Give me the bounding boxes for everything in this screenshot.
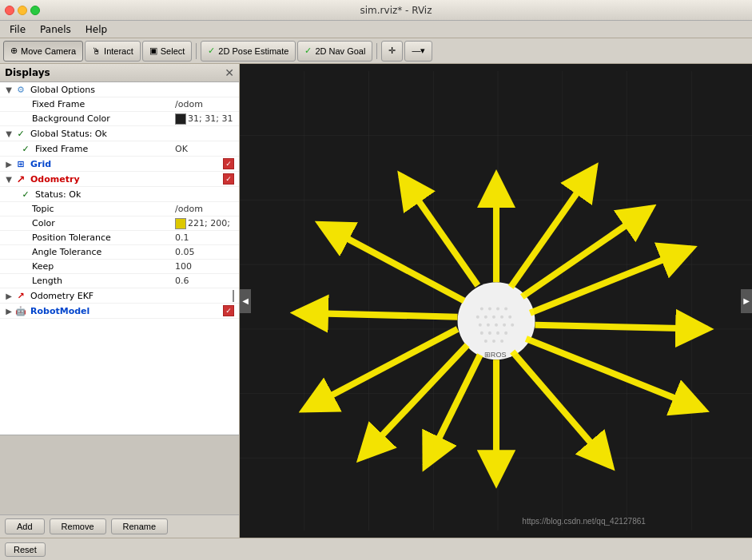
nav-icon: ✓ bbox=[304, 46, 312, 56]
menu-bar: File Panels Help bbox=[0, 21, 752, 38]
panel-header: Displays ✕ bbox=[0, 64, 239, 82]
grid-checkbox[interactable]: ✓ bbox=[223, 158, 234, 169]
2d-pose-button[interactable]: ✓ 2D Pose Estimate bbox=[201, 41, 296, 62]
grid-checkbox-container[interactable]: ✓ bbox=[223, 158, 234, 169]
label-grid: Grid bbox=[29, 159, 223, 169]
label-color: Color bbox=[30, 218, 175, 228]
tree-row-odom-ekf[interactable]: ▶ ↗ Odometry EKF bbox=[0, 288, 239, 304]
remove-button[interactable]: Remove bbox=[50, 518, 106, 534]
panel-close-button[interactable]: ✕ bbox=[225, 66, 234, 79]
svg-point-20 bbox=[476, 316, 479, 319]
svg-point-30 bbox=[480, 332, 483, 335]
svg-point-23 bbox=[500, 316, 503, 319]
tree-row-length[interactable]: Length 0.6 bbox=[0, 274, 239, 288]
panel-buttons: Add Remove Rename bbox=[0, 514, 239, 538]
add-button[interactable]: Add bbox=[5, 518, 45, 534]
collapse-left-arrow[interactable]: ◀ bbox=[240, 289, 251, 313]
tree-row-grid[interactable]: ▶ ⊞ Grid ✓ bbox=[0, 157, 239, 172]
view-panel[interactable]: ◀ ▶ bbox=[240, 64, 752, 538]
svg-point-36 bbox=[500, 340, 503, 343]
label-fixed-frame-status: Fixed Frame bbox=[34, 144, 175, 154]
more-icon: —▾ bbox=[412, 46, 425, 56]
expander-global-options[interactable]: ▼ bbox=[3, 85, 14, 94]
window-controls[interactable] bbox=[5, 6, 40, 15]
left-panel: Displays ✕ ▼ ⚙ Global Options Fixed Fram… bbox=[0, 64, 240, 538]
tree-row-fixed-frame[interactable]: Fixed Frame /odom bbox=[0, 97, 239, 112]
svg-point-17 bbox=[488, 308, 491, 311]
displays-panel: Displays ✕ ▼ ⚙ Global Options Fixed Fram… bbox=[0, 64, 239, 435]
watermark-text: https://blog.csdn.net/qq_42127861 bbox=[522, 517, 646, 526]
svg-point-22 bbox=[492, 316, 495, 319]
tree-row-angle-tol[interactable]: Angle Tolerance 0.05 bbox=[0, 245, 239, 260]
menu-file[interactable]: File bbox=[3, 23, 32, 36]
tree-row-global-options[interactable]: ▼ ⚙ Global Options bbox=[0, 82, 239, 97]
select-icon: ▣ bbox=[149, 46, 157, 56]
robot-model-checkbox[interactable]: ✓ bbox=[223, 305, 234, 316]
move-camera-button[interactable]: ⊕ Move Camera bbox=[3, 41, 83, 62]
expander-global-status[interactable]: ▼ bbox=[3, 129, 14, 138]
close-button[interactable] bbox=[5, 6, 14, 15]
label-keep: Keep bbox=[30, 261, 175, 272]
tree-row-robot-model[interactable]: ▶ 🤖 RobotModel ✓ bbox=[0, 304, 239, 319]
label-robot-model: RobotModel bbox=[29, 306, 223, 316]
expander-robot-model[interactable]: ▶ bbox=[3, 307, 14, 316]
maximize-button[interactable] bbox=[30, 6, 40, 15]
plus-icon: ✛ bbox=[388, 46, 396, 56]
more-tools-button[interactable]: —▾ bbox=[404, 41, 432, 62]
svg-point-29 bbox=[511, 324, 514, 327]
rename-button[interactable]: Rename bbox=[111, 518, 169, 534]
svg-point-21 bbox=[484, 316, 487, 319]
label-fixed-frame: Fixed Frame bbox=[30, 99, 175, 109]
robot-model-checkbox-container[interactable]: ✓ bbox=[223, 305, 234, 316]
svg-point-26 bbox=[487, 324, 490, 327]
expander-odom-ekf[interactable]: ▶ bbox=[3, 292, 14, 300]
svg-text:⊞ROS: ⊞ROS bbox=[484, 351, 507, 359]
value-angle-tol: 0.05 bbox=[175, 247, 239, 257]
tree-row-bg-color[interactable]: Background Color 31; 31; 31 bbox=[0, 112, 239, 126]
svg-point-35 bbox=[492, 340, 495, 343]
select-button[interactable]: ▣ Select bbox=[142, 41, 193, 62]
status-bar: Reset bbox=[0, 538, 752, 560]
3d-view-svg: ⊞ROS bbox=[240, 64, 752, 538]
tree-row-keep[interactable]: Keep 100 bbox=[0, 260, 239, 274]
expander-grid[interactable]: ▶ bbox=[3, 160, 14, 169]
value-keep: 100 bbox=[175, 261, 239, 272]
ff-status-icon: ✓ bbox=[19, 142, 32, 155]
2d-nav-button[interactable]: ✓ 2D Nav Goal bbox=[297, 41, 372, 62]
minimize-button[interactable] bbox=[18, 6, 27, 15]
tree-row-pos-tol[interactable]: Position Tolerance 0.1 bbox=[0, 231, 239, 245]
menu-help[interactable]: Help bbox=[79, 23, 113, 36]
title-bar: sim.rviz* - RViz bbox=[0, 0, 752, 21]
label-global-options: Global Options bbox=[29, 85, 239, 95]
bg-color-swatch bbox=[175, 113, 186, 125]
odom-ekf-checkbox-container[interactable] bbox=[233, 291, 234, 301]
reset-button[interactable]: Reset bbox=[5, 542, 46, 557]
odom-status-icon: ✓ bbox=[19, 188, 32, 201]
tree-row-topic[interactable]: Topic /odom bbox=[0, 202, 239, 216]
odometry-icon: ↗ bbox=[14, 173, 27, 185]
tree-row-color[interactable]: Color 221; 200; bbox=[0, 216, 239, 231]
label-length: Length bbox=[30, 276, 175, 286]
odometry-checkbox-container[interactable]: ✓ bbox=[223, 173, 234, 185]
add-tool-button[interactable]: ✛ bbox=[381, 41, 403, 62]
svg-point-31 bbox=[488, 332, 491, 335]
svg-point-32 bbox=[496, 332, 499, 335]
odom-ekf-checkbox[interactable] bbox=[233, 290, 234, 302]
gear-icon: ⚙ bbox=[14, 83, 27, 96]
svg-point-33 bbox=[504, 332, 507, 335]
tree-row-global-status[interactable]: ▼ ✓ Global Status: Ok bbox=[0, 126, 239, 141]
menu-panels[interactable]: Panels bbox=[34, 23, 78, 36]
tree-row-odom-status[interactable]: ✓ Status: Ok bbox=[0, 187, 239, 202]
odometry-checkbox[interactable]: ✓ bbox=[223, 173, 234, 185]
value-length: 0.6 bbox=[175, 276, 239, 286]
tree-row-fixed-frame-status[interactable]: ✓ Fixed Frame OK bbox=[0, 141, 239, 157]
svg-point-18 bbox=[496, 308, 499, 311]
value-fixed-frame-status: OK bbox=[175, 144, 239, 154]
expander-odometry[interactable]: ▼ bbox=[3, 175, 14, 184]
value-color: 221; 200; bbox=[175, 218, 239, 229]
interact-button[interactable]: 🖱 Interact bbox=[85, 41, 141, 62]
collapse-right-arrow[interactable]: ▶ bbox=[741, 289, 752, 313]
svg-point-28 bbox=[503, 324, 506, 327]
camera-icon: ⊕ bbox=[10, 46, 18, 56]
tree-row-odometry[interactable]: ▼ ↗ Odometry ✓ bbox=[0, 172, 239, 187]
